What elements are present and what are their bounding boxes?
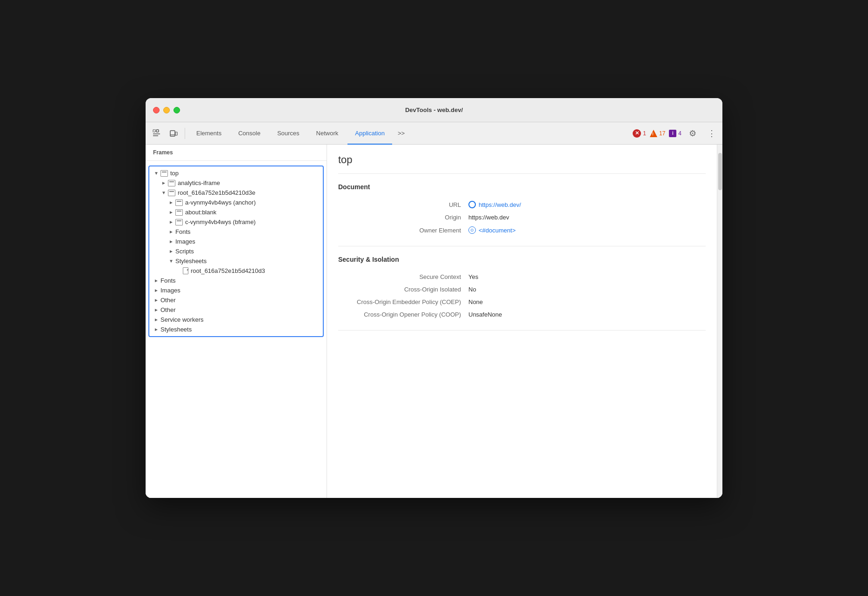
expand-arrow-blank[interactable] <box>168 209 174 216</box>
doc-icon-stylesheet <box>183 267 188 274</box>
tree-item-fonts-root[interactable]: Fonts <box>149 276 323 285</box>
tree-label-images-child: Images <box>175 238 195 245</box>
owner-element-value: ⊙ <#document> <box>468 226 516 234</box>
url-label: URL <box>338 201 468 208</box>
maximize-button[interactable] <box>174 107 180 113</box>
expand-arrow-analytics[interactable] <box>160 180 167 186</box>
tree-label-analytics: analytics-iframe <box>178 179 220 186</box>
expand-arrow-other-2[interactable] <box>153 307 160 313</box>
origin-label: Origin <box>338 214 468 221</box>
expand-arrow-anchor[interactable] <box>168 199 174 206</box>
tree-label-root616: root_616a752e1b5d4210d3e <box>178 189 255 196</box>
tab-network[interactable]: Network <box>309 122 346 145</box>
info-icon: i <box>669 130 676 137</box>
gear-icon: ⚙ <box>689 128 696 139</box>
tab-sources[interactable]: Sources <box>270 122 307 145</box>
tree-item-root616[interactable]: root_616a752e1b5d4210d3e <box>149 188 323 198</box>
tree-item-stylesheets-child[interactable]: Stylesheets <box>149 256 323 266</box>
expand-arrow-images-child[interactable] <box>168 238 174 245</box>
expand-arrow-stylesheets-child[interactable] <box>168 258 174 265</box>
coep-value: None <box>468 298 483 305</box>
tree-label-service-workers: Service workers <box>160 316 203 323</box>
tree-item-images-child[interactable]: Images <box>149 237 323 246</box>
toolbar: Elements Console Sources Network Applica… <box>146 122 722 145</box>
tree-item-anchor[interactable]: a-vynmy4vb4wys (anchor) <box>149 198 323 207</box>
tree-label-fonts-root: Fonts <box>160 277 176 284</box>
url-link[interactable]: https://web.dev/ <box>479 201 521 208</box>
tree-item-fonts-child[interactable]: Fonts <box>149 227 323 237</box>
security-section-title: Security & Isolation <box>338 256 706 263</box>
tree-label-scripts-child: Scripts <box>175 248 194 255</box>
tree-item-bframe[interactable]: c-vynmy4vb4wys (bframe) <box>149 217 323 227</box>
tree-item-other-2[interactable]: Other <box>149 305 323 315</box>
url-row: URL https://web.dev/ <box>338 198 706 211</box>
tree-label-top: top <box>170 170 179 177</box>
tree-label-blank: about:blank <box>185 209 216 216</box>
svg-rect-0 <box>153 130 155 132</box>
title-bar: DevTools - web.dev/ <box>146 98 722 122</box>
tab-console[interactable]: Console <box>231 122 268 145</box>
devtools-window: DevTools - web.dev/ Elements Console <box>146 98 722 498</box>
error-badge: ✕ 1 <box>633 129 646 138</box>
content-area: top Document URL https://web.dev/ Origin… <box>327 145 717 498</box>
expand-arrow-fonts-child[interactable] <box>168 229 174 235</box>
origin-row: Origin https://web.dev <box>338 211 706 224</box>
tree-item-service-workers[interactable]: Service workers <box>149 315 323 324</box>
main-content: Frames top analytics-iframe <box>146 145 722 498</box>
scrollbar-thumb[interactable] <box>718 153 722 190</box>
tab-application[interactable]: Application <box>347 122 392 145</box>
more-tabs-button[interactable]: >> <box>394 122 408 145</box>
window-title: DevTools - web.dev/ <box>405 106 463 113</box>
expand-arrow-scripts-child[interactable] <box>168 248 174 255</box>
tree-item-other-1[interactable]: Other <box>149 295 323 305</box>
document-section-title: Document <box>338 183 706 191</box>
frame-icon-top <box>160 170 168 177</box>
url-icon <box>468 201 476 208</box>
tree-item-images-root[interactable]: Images <box>149 285 323 295</box>
tree-item-scripts-child[interactable]: Scripts <box>149 246 323 256</box>
scrollbar-track[interactable] <box>717 145 722 498</box>
url-value: https://web.dev/ <box>468 201 521 208</box>
tree-label-fonts-child: Fonts <box>175 228 191 235</box>
expand-arrow-other-1[interactable] <box>153 297 160 304</box>
cross-origin-isolated-label: Cross-Origin Isolated <box>338 286 468 293</box>
frames-tree: top analytics-iframe root_616a752e1b5d42… <box>146 161 327 342</box>
toolbar-right: ✕ 1 ! 17 i 4 ⚙ ⋮ <box>633 126 719 141</box>
expand-arrow-fonts-root[interactable] <box>153 278 160 284</box>
svg-rect-1 <box>156 130 159 132</box>
tree-label-stylesheet-file: root_616a752e1b5d4210d3 <box>191 267 265 274</box>
tree-label-anchor: a-vynmy4vb4wys (anchor) <box>185 199 256 206</box>
info-badge: i 4 <box>669 130 681 137</box>
frame-icon-blank <box>175 209 183 216</box>
expand-arrow-bframe[interactable] <box>168 219 174 225</box>
tree-item-top[interactable]: top <box>149 168 323 178</box>
inspect-element-button[interactable] <box>149 126 164 141</box>
ellipsis-icon: ⋮ <box>708 128 715 139</box>
coop-row: Cross-Origin Opener Policy (COOP) Unsafe… <box>338 308 706 321</box>
tree-label-bframe: c-vynmy4vb4wys (bframe) <box>185 219 256 225</box>
security-section: Security & Isolation Secure Context Yes … <box>338 246 706 331</box>
expand-arrow-top[interactable] <box>153 170 160 177</box>
tree-item-stylesheets-root[interactable]: Stylesheets <box>149 324 323 334</box>
expand-arrow-images-root[interactable] <box>153 287 160 294</box>
document-section: Document URL https://web.dev/ Origin htt… <box>338 174 706 246</box>
tab-elements[interactable]: Elements <box>189 122 229 145</box>
minimize-button[interactable] <box>163 107 170 113</box>
settings-button[interactable]: ⚙ <box>685 126 700 141</box>
more-options-button[interactable]: ⋮ <box>704 126 719 141</box>
tree-item-about-blank[interactable]: about:blank <box>149 207 323 217</box>
tree-label-other-1: Other <box>160 297 176 304</box>
expand-arrow-service-workers[interactable] <box>153 317 160 323</box>
close-button[interactable] <box>153 107 160 113</box>
tree-label-other-2: Other <box>160 306 176 313</box>
expand-arrow-root616[interactable] <box>160 190 167 196</box>
owner-element-link[interactable]: <#document> <box>479 227 516 234</box>
tree-label-stylesheets-child: Stylesheets <box>175 258 207 265</box>
coop-value: UnsafeNone <box>468 311 502 318</box>
frame-icon-anchor <box>175 199 183 206</box>
device-mode-button[interactable] <box>166 126 181 141</box>
tree-item-analytics[interactable]: analytics-iframe <box>149 178 323 188</box>
svg-rect-5 <box>175 132 177 135</box>
tree-item-stylesheet-file[interactable]: root_616a752e1b5d4210d3 <box>149 266 323 276</box>
expand-arrow-stylesheets-root[interactable] <box>153 326 160 333</box>
